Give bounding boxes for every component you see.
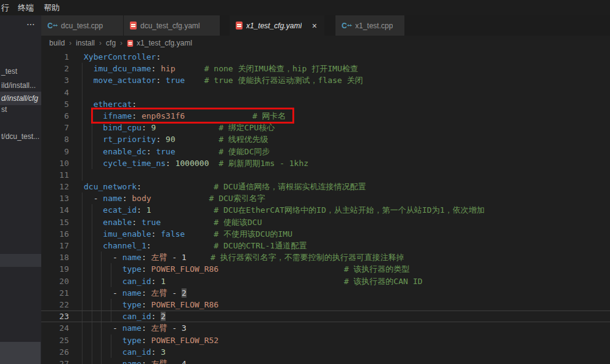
indent-guide [82,133,82,145]
code-text: - name: body # DCU索引名字 [84,192,265,204]
code-line[interactable]: 18 - name: 左臂 - 1 # 执行器索引名字，不需要控制的执行器可直接… [41,251,610,263]
line-number: 3 [41,74,69,86]
code-text: enable_dc: true # 使能DC同步 [84,146,270,157]
indent-guide [82,98,82,110]
code-text: XyberController: [84,51,161,63]
tab-label: x1_test_cfg.yaml [246,22,302,30]
code-line[interactable]: 8 rt_priority: 90 # 线程优先级 [41,133,610,145]
line-number: 25 [41,334,69,346]
indent-guide [82,251,82,263]
code-line[interactable]: 26 can_id: 3 [41,346,610,358]
code-line[interactable]: 3 move_actuator: true # true 使能执行器运动测试，f… [41,74,610,86]
close-icon[interactable]: × [311,21,318,31]
line-number: 6 [41,110,69,122]
code-line[interactable]: 19 type: POWER_FLOW_R86 # 该执行器的类型 [41,263,610,275]
sidebar-item[interactable]: _test [1,67,17,76]
code-line[interactable]: 5 ethercat: [41,98,610,110]
editor-group: C++ dcu_test.cpp dcu_test_cfg.yaml x1_te… [41,15,610,364]
indent-guide [82,322,82,334]
code-line[interactable]: 15 enable: true # 使能该DCU [41,216,610,228]
indent-guide [82,63,82,74]
code-line[interactable]: 7 bind_cpu: 9 # 绑定CPU核心 [41,122,610,133]
code-text: - name: 左臂 - 3 [84,322,187,334]
code-line[interactable]: 14 ecat_id: 1 # DCU在EtherCAT网络中的ID，从主站开始… [41,204,610,216]
indent-guide [82,334,82,346]
code-line[interactable]: 6 ifname: enp0s31f6 # 网卡名 [41,110,610,122]
line-number: 8 [41,133,69,145]
code-text: rt_priority: 90 # 线程优先级 [84,133,268,145]
indent-guide [82,87,82,98]
tab-dcu_test-cpp[interactable]: C++ dcu_test.cpp [41,15,124,36]
menu-item-run[interactable]: 行 [1,2,9,14]
sidebar-item[interactable]: ild/install... [1,81,36,90]
code-line[interactable]: 12dcu_network: # DCU通信网络，请根据实机连接情况配置 [41,181,610,192]
line-number: 23 [41,311,69,322]
indent-guide [82,204,82,216]
line-number: 4 [41,87,69,98]
code-line[interactable]: 25 type: POWER_FLOW_R52 [41,334,610,346]
sidebar-item-label: d/install/cfg [0,94,38,103]
code-editor[interactable]: 1XyberController:2 imu_dcu_name: hip # n… [41,50,610,364]
line-number: 24 [41,322,69,334]
indent-guide [82,192,82,204]
indent-guide [82,122,82,133]
sidebar-highlighted-row[interactable] [0,254,41,267]
menu-item-help[interactable]: 帮助 [44,2,60,14]
code-line[interactable]: 24 - name: 左臂 - 3 [41,322,610,334]
sidebar: ⋯ _test ild/install... d/install/cfg st … [0,15,41,364]
code-text: - name: 左臂 - 4 [84,358,187,364]
code-text [84,87,94,98]
sidebar-bottom-panel [0,342,41,364]
line-number: 12 [41,181,69,192]
code-line[interactable]: 13 - name: body # DCU索引名字 [41,192,610,204]
line-number: 27 [41,358,69,364]
tab-x1_test_cfg-yaml-active[interactable]: x1_test_cfg.yaml × [230,15,325,36]
code-line[interactable]: 23 can_id: 2 [41,311,610,322]
indent-guide [82,358,82,364]
line-number: 19 [41,263,69,275]
code-line[interactable]: 9 enable_dc: true # 使能DC同步 [41,146,610,157]
tab-x1_test-cpp[interactable]: C++ x1_test.cpp [335,15,405,36]
indent-guide [82,146,82,157]
indent-guide [82,228,82,240]
indent-guide [82,74,82,86]
code-line[interactable]: 21 - name: 左臂 - 2 [41,287,610,299]
breadcrumb-segment[interactable]: cfg [106,39,116,47]
breadcrumb-file[interactable]: x1_test_cfg.yaml [137,39,192,47]
chevron-right-icon: › [69,39,71,47]
breadcrumb-segment[interactable]: build [49,39,65,47]
indent-guide [82,110,82,122]
code-text: enable: true # 使能该DCU [84,216,262,228]
code-line[interactable]: 17 channel_1: # DCU的CTRL-1通道配置 [41,240,610,251]
menu-item-terminal[interactable]: 终端 [18,2,34,14]
code-text: type: POWER_FLOW_R86 # 该执行器的类型 [84,263,409,275]
code-line[interactable]: 11 [41,169,610,181]
code-text: type: POWER_FLOW_R86 [84,299,219,311]
code-line[interactable]: 2 imu_dcu_name: hip # none 关闭IMU检查，hip 打… [41,63,610,74]
code-line[interactable]: 20 can_id: 1 # 该执行器的CAN ID [41,275,610,287]
code-line[interactable]: 16 imu_enable: false # 不使用该DCU的IMU [41,228,610,240]
sidebar-item[interactable]: st [1,105,7,114]
sidebar-item-selected[interactable]: d/install/cfg [0,92,41,105]
code-text: cycle_time_ns: 1000000 # 刷新周期1ms - 1khz [84,157,308,169]
code-line[interactable]: 4 [41,87,610,98]
breadcrumb-segment[interactable]: install [76,39,95,47]
line-number: 7 [41,122,69,133]
indent-guide [82,216,82,228]
line-number: 16 [41,228,69,240]
line-number: 11 [41,169,69,181]
line-number: 5 [41,98,69,110]
line-number: 14 [41,204,69,216]
tab-label: dcu_test.cpp [61,22,103,30]
code-text: can_id: 3 [84,346,166,358]
sidebar-item[interactable]: t/dcu_test... [1,132,39,141]
code-line[interactable]: 27 - name: 左臂 - 4 [41,358,610,364]
code-line[interactable]: 10 cycle_time_ns: 1000000 # 刷新周期1ms - 1k… [41,157,610,169]
code-text: dcu_network: # DCU通信网络，请根据实机连接情况配置 [84,181,366,192]
more-actions-icon[interactable]: ⋯ [26,19,36,29]
code-line[interactable]: 1XyberController: [41,51,610,63]
tab-dcu_test_cfg-yaml[interactable]: dcu_test_cfg.yaml [124,15,220,36]
code-line[interactable]: 22 type: POWER_FLOW_R86 [41,299,610,311]
code-text: can_id: 1 # 该执行器的CAN ID [84,275,422,287]
line-number: 26 [41,346,69,358]
